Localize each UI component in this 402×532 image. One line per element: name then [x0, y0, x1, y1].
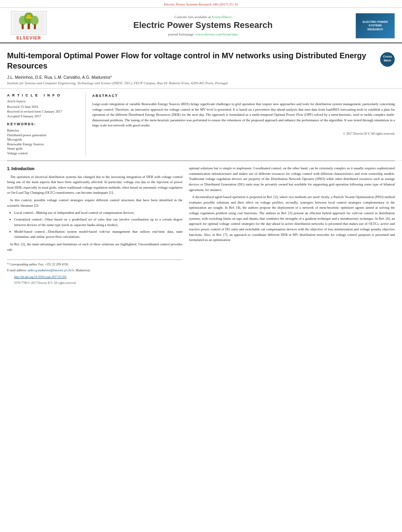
keywords-title: Keywords:: [7, 122, 80, 126]
received-date: Received 13 June 2016: [7, 105, 80, 109]
doi-section: http://dx.doi.org/10.1016/j.epsr.2017.01…: [7, 274, 182, 280]
right-para2: A decentralized agent-based operation is…: [189, 195, 395, 243]
footnote-section: * Corresponding author. Fax: +351 22 209…: [7, 260, 182, 273]
section1-bullet-list: Local control—Making use of independent …: [14, 210, 182, 239]
accepted-date: Accepted 9 January 2017: [7, 114, 80, 118]
footnote-star-note: * Corresponding author. Fax: +351 22 209…: [7, 262, 182, 267]
elsevier-name: ELSEVIER: [17, 35, 41, 40]
bullet-2: Centralized control—Often based on a pre…: [14, 217, 182, 227]
abstract-title: ABSTRACT: [92, 93, 395, 99]
elsevier-tree-icon: [13, 13, 45, 33]
crossmark-icon: Cross Mark: [380, 52, 395, 67]
left-column: 1. Introduction The operation of electri…: [7, 166, 182, 285]
contents-available: Contents lists available at ScienceDirec…: [58, 15, 348, 19]
journal-logo-right: ELECTRIC POWER SYSTEMS RESEARCH: [355, 13, 395, 39]
svg-text:Mark: Mark: [384, 59, 391, 62]
issn-section: 0378-7796/© 2017 Elsevier B.V. All right…: [7, 280, 182, 286]
crossmark-logo[interactable]: Cross Mark: [380, 52, 395, 67]
journal-homepage-link[interactable]: www.elsevier.com/locate/epsr: [195, 32, 238, 36]
right-para1: optimal solutions but is simple to imple…: [189, 166, 395, 193]
bullet-1: Local control—Making use of independent …: [14, 210, 182, 215]
svg-rect-4: [28, 24, 30, 29]
journal-center-header: Contents lists available at ScienceDirec…: [50, 15, 355, 36]
main-content-area: 1. Introduction The operation of electri…: [0, 161, 402, 290]
svg-text:Cross: Cross: [383, 55, 392, 58]
section1-para3: In Ref. [2], the main advantages and lim…: [7, 242, 182, 252]
article-title-text-block: Multi-temporal Optimal Power Flow for vo…: [7, 50, 373, 85]
elsevier-logo-image: [11, 11, 47, 35]
article-info-panel: A R T I C L E I N F O Article history: R…: [7, 93, 86, 156]
article-affiliation: Institute for Systems and Computer Engin…: [7, 81, 373, 85]
keyword-1: Batteries: [7, 128, 80, 132]
abstract-copyright: © 2017 Elsevier B.V. All rights reserved…: [92, 132, 395, 136]
journal-logo-right-text: ELECTRIC POWER SYSTEMS RESEARCH: [363, 20, 387, 31]
received-revised-date: Received in revised form 5 January 2017: [7, 109, 80, 113]
section1-para2: In this context, possible voltage contro…: [7, 198, 182, 208]
journal-header: ELSEVIER Contents lists available at Sci…: [0, 8, 402, 43]
keyword-4: Renewable Energy Sources: [7, 142, 80, 146]
svg-point-3: [31, 16, 39, 25]
section1-para1: The operation of electrical distribution…: [7, 174, 182, 196]
bullet-3: Model-based control—Distribution system …: [14, 229, 182, 239]
keywords-section: Keywords: Batteries Distributed power ge…: [7, 122, 80, 155]
svg-rect-8: [27, 15, 31, 17]
article-title-section: Multi-temporal Optimal Power Flow for vo…: [0, 43, 402, 89]
section1-heading: 1. Introduction: [7, 166, 182, 172]
article-info-title: A R T I C L E I N F O: [7, 93, 80, 97]
footnote-email-link[interactable]: andre.g.madureira@inesctec.pt: [28, 269, 67, 272]
journal-citation: Electric Power Systems Research 146 (201…: [164, 2, 238, 6]
keyword-2: Distributed power generation: [7, 133, 80, 137]
doi-link[interactable]: http://dx.doi.org/10.1016/j.epsr.2017.01…: [14, 275, 67, 279]
sciencedirect-link[interactable]: ScienceDirect: [212, 15, 231, 19]
journal-homepage-line: journal homepage: www.elsevier.com/locat…: [58, 32, 348, 36]
keyword-5: Smart grids: [7, 146, 80, 150]
abstract-text: Large-scale integration of variable Rene…: [92, 102, 395, 128]
article-history-label: Article history:: [7, 100, 80, 103]
svg-rect-5: [22, 24, 24, 29]
keyword-3: Microgrids: [7, 137, 80, 141]
article-info-abstract: A R T I C L E I N F O Article history: R…: [0, 89, 402, 161]
journal-citation-bar: Electric Power Systems Research 146 (201…: [0, 0, 402, 8]
svg-rect-6: [34, 24, 36, 29]
keyword-6: Voltage control: [7, 151, 80, 155]
elsevier-logo-container: ELSEVIER: [7, 11, 50, 40]
article-authors: J.L. Meirinhos, D.E. Rua, L.M. Carvalho,…: [7, 75, 373, 80]
abstract-panel: ABSTRACT Large-scale integration of vari…: [92, 93, 395, 156]
journal-title: Electric Power Systems Research: [58, 20, 348, 30]
footnote-email-line: E-mail address: andre.g.madureira@inesct…: [7, 268, 182, 273]
article-title: Multi-temporal Optimal Power Flow for vo…: [7, 50, 373, 71]
right-column: optimal solutions but is simple to imple…: [189, 166, 395, 285]
